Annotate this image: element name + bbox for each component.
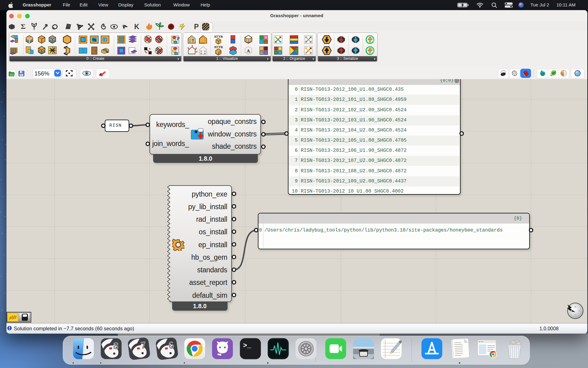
svg-text:ATTR: ATTR [214,35,223,38]
svg-text:%: % [106,50,109,54]
svg-text:P: P [194,23,198,31]
svg-text:>_: >_ [243,342,251,350]
svg-text:1: 1 [248,39,250,42]
svg-text:P: P [177,36,180,41]
svg-text:Σ: Σ [21,22,25,30]
svg-text:%: % [92,37,96,42]
svg-text:8: 8 [113,340,119,351]
svg-text:K: K [134,23,139,31]
svg-text:ATTR: ATTR [214,45,223,49]
svg-text:A: A [247,48,250,53]
svg-text:P: P [105,37,108,43]
